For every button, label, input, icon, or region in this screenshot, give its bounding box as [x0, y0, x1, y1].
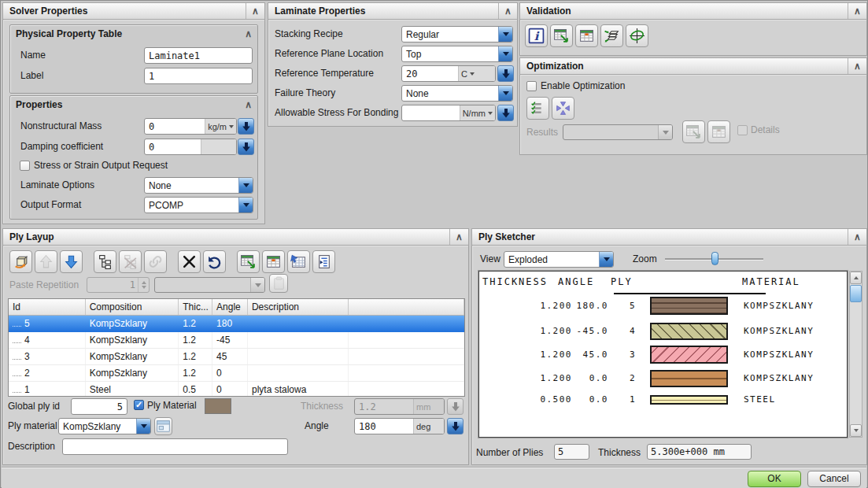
ply-table-cell	[349, 349, 464, 364]
reference-plane-select[interactable]: Top	[401, 46, 513, 62]
ply-thickness-input: 1.2 mm	[354, 398, 445, 415]
export-layup-spreadsheet-icon[interactable]	[237, 250, 260, 273]
failure-theory-select[interactable]: None	[401, 85, 513, 102]
ply-table-column-header[interactable]: Composition	[86, 299, 179, 315]
laminate-stiffness-table-icon[interactable]	[575, 24, 598, 47]
sketcher-scrollbar[interactable]	[849, 271, 862, 438]
material-editor-button[interactable]	[154, 417, 172, 435]
zoom-slider-handle[interactable]	[711, 252, 718, 265]
stacking-recipe-select[interactable]: Regular	[401, 26, 513, 43]
ply-table-cell	[248, 365, 349, 381]
converge-icon[interactable]	[552, 97, 574, 120]
dropdown-arrow-icon[interactable]	[599, 252, 613, 267]
nonstructural-mass-unit[interactable]: kg/m	[205, 119, 236, 134]
scrollbar-thumb[interactable]	[850, 285, 862, 302]
ply-list-report-icon[interactable]	[312, 250, 335, 273]
reference-temperature-unit[interactable]: C	[458, 66, 495, 81]
ply-layup-header[interactable]: Ply Layup ∧	[2, 228, 469, 246]
ply-angle-value: 45.0	[575, 349, 608, 360]
ply-material-color-swatch[interactable]	[205, 398, 231, 414]
bonding-stress-options-button[interactable]	[497, 105, 514, 121]
dialog-footer: OK Cancel	[2, 467, 866, 488]
ply-table-column-header[interactable]: Thic...	[179, 299, 212, 315]
reference-plane-label: Reference Plane Location	[275, 48, 383, 59]
validation-header[interactable]: Validation ∧	[519, 2, 867, 20]
laminate-properties-header[interactable]: Laminate Properties ∧	[268, 2, 518, 20]
collapse-icon[interactable]: ∧	[848, 229, 866, 245]
create-ply-group-icon[interactable]	[94, 250, 116, 273]
cancel-button[interactable]: Cancel	[807, 471, 861, 487]
view-select[interactable]: Exploded	[504, 251, 614, 268]
ply-angle-input[interactable]: 180 deg	[354, 418, 445, 434]
dropdown-arrow-icon[interactable]	[136, 419, 150, 434]
import-layup-spreadsheet-icon[interactable]	[262, 250, 285, 273]
dropdown-arrow-icon[interactable]	[498, 86, 512, 101]
ply-drape-validation-icon[interactable]	[600, 24, 623, 47]
ply-table-row[interactable]: 5KompSzklany1.2180	[9, 316, 464, 332]
ply-table-row[interactable]: 1Steel0.50plyta stalowa	[9, 382, 464, 397]
ply-table-column-header[interactable]: Description	[248, 299, 349, 315]
ply-table-row[interactable]: 2KompSzklany1.20	[9, 365, 464, 382]
ply-table-column-header[interactable]: Id	[9, 299, 86, 315]
dropdown-arrow-icon[interactable]	[238, 198, 253, 213]
paste-ply-button	[269, 274, 288, 293]
collapse-icon[interactable]: ∧	[245, 28, 252, 39]
damping-coefficient-input[interactable]: 0	[144, 139, 237, 155]
sketcher-canvas[interactable]: THICKNESSANGLEPLYMATERIAL1.200180.05KOMP…	[478, 271, 848, 438]
collapse-icon[interactable]: ∧	[498, 3, 517, 19]
create-ply-icon[interactable]	[9, 250, 32, 273]
ply-table-cell: 5	[9, 316, 86, 331]
ply-table-cell: 0	[212, 382, 248, 397]
nonstructural-mass-input[interactable]: 0 kg/m	[144, 118, 237, 135]
laminate-options-select[interactable]: None	[144, 177, 253, 194]
ply-thickness-value: 1.200	[503, 301, 572, 311]
ply-table-column-header[interactable]	[349, 299, 464, 315]
ply-table-row[interactable]: 3KompSzklany1.245	[9, 349, 464, 365]
dropdown-arrow-icon[interactable]	[498, 27, 512, 42]
scroll-up-button[interactable]	[850, 272, 862, 284]
scroll-down-button[interactable]	[850, 424, 862, 437]
collapse-icon[interactable]: ∧	[245, 99, 252, 110]
dropdown-arrow-icon[interactable]	[238, 178, 253, 193]
ply-angle-options-button[interactable]	[447, 418, 464, 434]
collapse-icon[interactable]: ∧	[848, 58, 866, 74]
ply-layup-title: Ply Layup	[9, 231, 54, 242]
ply-angle-unit[interactable]: deg	[413, 419, 444, 434]
global-ply-id-label: Global ply id	[8, 401, 60, 412]
reference-temperature-input[interactable]: 20 C	[401, 65, 496, 82]
solver-properties-header[interactable]: Solver Properties ∧	[2, 2, 265, 20]
ply-sketcher-header[interactable]: Ply Sketcher ∧	[471, 228, 867, 246]
ply-table-column-header[interactable]: Angle	[212, 299, 248, 315]
failure-envelope-icon[interactable]	[626, 24, 648, 47]
undo-icon[interactable]	[203, 250, 226, 273]
nonstructural-mass-options-button[interactable]	[238, 118, 254, 135]
move-ply-down-icon[interactable]	[60, 250, 83, 273]
ply-material-select[interactable]: KompSzklany	[58, 418, 151, 434]
name-input[interactable]: Laminate1	[144, 47, 253, 64]
output-format-select[interactable]: PCOMP	[144, 197, 253, 213]
stress-strain-output-checkbox[interactable]	[20, 161, 30, 171]
global-ply-id-input[interactable]: 5	[71, 398, 127, 415]
stacking-recipe-label: Stacking Recipe	[275, 28, 343, 39]
bonding-stress-input[interactable]: N/mm	[401, 105, 496, 121]
damping-options-button[interactable]	[238, 139, 254, 155]
update-layup-table-icon[interactable]	[287, 250, 310, 273]
enable-optimization-checkbox[interactable]	[526, 81, 537, 91]
delete-ply-icon[interactable]	[178, 250, 201, 273]
ok-button[interactable]: OK	[748, 471, 801, 487]
ply-table-row[interactable]: 4KompSzklany1.2-45	[9, 332, 464, 349]
reference-temperature-options-button[interactable]	[497, 65, 514, 82]
export-spreadsheet-icon[interactable]	[550, 24, 573, 47]
optimization-header[interactable]: Optimization ∧	[519, 57, 867, 75]
ply-description-input[interactable]	[62, 438, 288, 455]
label-input[interactable]: 1	[144, 68, 253, 84]
laminate-information-icon[interactable]: i	[525, 24, 548, 47]
ply-material-checkbox[interactable]	[134, 400, 144, 410]
dropdown-arrow-icon[interactable]	[498, 46, 512, 61]
optimization-setup-icon[interactable]	[526, 97, 549, 120]
collapse-icon[interactable]: ∧	[246, 3, 264, 19]
collapse-icon[interactable]: ∧	[449, 229, 468, 245]
collapse-icon[interactable]: ∧	[848, 3, 866, 19]
paste-repetition-spinner: 1	[87, 277, 150, 293]
bonding-stress-unit[interactable]: N/mm	[460, 105, 495, 120]
